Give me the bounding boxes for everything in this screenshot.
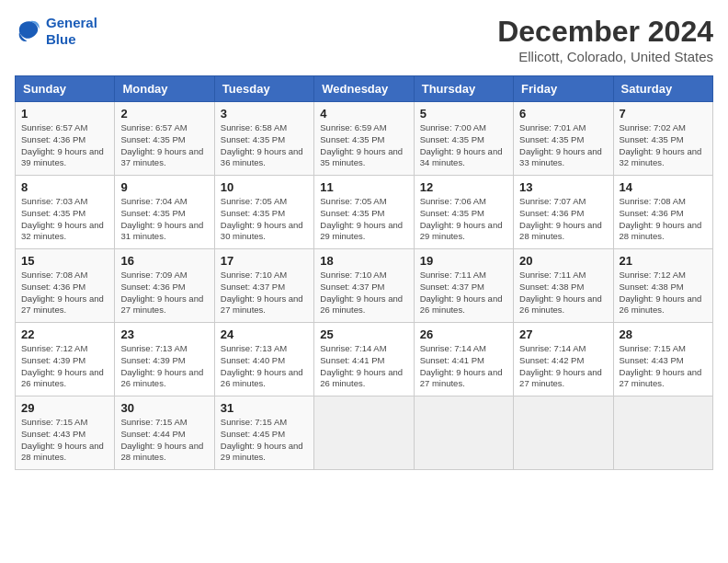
day-number: 29 — [21, 401, 108, 415]
day-number: 1 — [21, 107, 108, 121]
day-info: Sunrise: 7:14 AMSunset: 4:41 PMDaylight:… — [420, 343, 507, 390]
day-info: Sunrise: 7:06 AMSunset: 4:35 PMDaylight:… — [420, 196, 507, 243]
calendar-cell: 27Sunrise: 7:14 AMSunset: 4:42 PMDayligh… — [514, 323, 613, 396]
day-number: 19 — [420, 254, 507, 268]
calendar-cell — [613, 396, 712, 470]
day-info: Sunrise: 7:14 AMSunset: 4:41 PMDaylight:… — [320, 343, 407, 390]
day-info: Sunrise: 7:00 AMSunset: 4:35 PMDaylight:… — [420, 122, 507, 169]
day-number: 20 — [519, 254, 607, 268]
calendar-cell: 1Sunrise: 6:57 AMSunset: 4:36 PMDaylight… — [16, 102, 115, 176]
day-info: Sunrise: 6:57 AMSunset: 4:35 PMDaylight:… — [120, 122, 208, 169]
day-info: Sunrise: 7:14 AMSunset: 4:42 PMDaylight:… — [519, 343, 607, 390]
calendar-week-row: 15Sunrise: 7:08 AMSunset: 4:36 PMDayligh… — [16, 249, 713, 323]
calendar-cell: 6Sunrise: 7:01 AMSunset: 4:35 PMDaylight… — [514, 102, 613, 176]
header-wednesday: Wednesday — [314, 76, 414, 102]
calendar-cell: 22Sunrise: 7:12 AMSunset: 4:39 PMDayligh… — [16, 323, 115, 396]
day-number: 28 — [620, 327, 707, 341]
title-section: December 2024 Ellicott, Colorado, United… — [497, 15, 713, 64]
day-info: Sunrise: 7:12 AMSunset: 4:39 PMDaylight:… — [21, 343, 108, 390]
day-info: Sunrise: 7:09 AMSunset: 4:36 PMDaylight:… — [120, 270, 208, 316]
day-number: 30 — [120, 401, 208, 415]
day-info: Sunrise: 7:05 AMSunset: 4:35 PMDaylight:… — [320, 196, 407, 243]
day-number: 23 — [120, 327, 208, 341]
day-info: Sunrise: 7:13 AMSunset: 4:40 PMDaylight:… — [221, 343, 308, 390]
calendar-cell: 9Sunrise: 7:04 AMSunset: 4:35 PMDaylight… — [115, 176, 214, 249]
logo: General Blue — [15, 15, 97, 48]
day-number: 12 — [420, 180, 507, 194]
day-info: Sunrise: 7:10 AMSunset: 4:37 PMDaylight:… — [320, 270, 407, 316]
calendar-cell: 28Sunrise: 7:15 AMSunset: 4:43 PMDayligh… — [613, 323, 712, 396]
day-info: Sunrise: 7:15 AMSunset: 4:44 PMDaylight:… — [120, 417, 208, 464]
calendar-cell: 10Sunrise: 7:05 AMSunset: 4:35 PMDayligh… — [214, 176, 313, 249]
calendar-cell: 8Sunrise: 7:03 AMSunset: 4:35 PMDaylight… — [16, 176, 115, 249]
calendar-cell: 3Sunrise: 6:58 AMSunset: 4:35 PMDaylight… — [214, 102, 313, 176]
calendar-cell: 18Sunrise: 7:10 AMSunset: 4:37 PMDayligh… — [314, 249, 414, 323]
calendar-cell: 15Sunrise: 7:08 AMSunset: 4:36 PMDayligh… — [16, 249, 115, 323]
day-info: Sunrise: 7:13 AMSunset: 4:39 PMDaylight:… — [120, 343, 208, 390]
day-info: Sunrise: 7:02 AMSunset: 4:35 PMDaylight:… — [620, 122, 707, 169]
day-number: 16 — [120, 254, 208, 268]
day-info: Sunrise: 7:01 AMSunset: 4:35 PMDaylight:… — [519, 122, 607, 169]
calendar-cell: 29Sunrise: 7:15 AMSunset: 4:43 PMDayligh… — [16, 396, 115, 470]
day-info: Sunrise: 7:08 AMSunset: 4:36 PMDaylight:… — [620, 196, 707, 243]
logo-icon — [15, 18, 42, 44]
calendar-cell — [414, 396, 513, 470]
day-info: Sunrise: 7:03 AMSunset: 4:35 PMDaylight:… — [21, 196, 108, 243]
header-monday: Monday — [115, 76, 214, 102]
calendar-cell: 12Sunrise: 7:06 AMSunset: 4:35 PMDayligh… — [414, 176, 513, 249]
calendar-cell: 11Sunrise: 7:05 AMSunset: 4:35 PMDayligh… — [314, 176, 414, 249]
day-number: 18 — [320, 254, 407, 268]
day-info: Sunrise: 7:04 AMSunset: 4:35 PMDaylight:… — [120, 196, 208, 243]
day-info: Sunrise: 7:12 AMSunset: 4:38 PMDaylight:… — [620, 270, 707, 316]
calendar-cell: 26Sunrise: 7:14 AMSunset: 4:41 PMDayligh… — [414, 323, 513, 396]
day-number: 21 — [620, 254, 707, 268]
day-info: Sunrise: 7:15 AMSunset: 4:43 PMDaylight:… — [21, 417, 108, 464]
day-number: 5 — [420, 107, 507, 121]
day-info: Sunrise: 7:11 AMSunset: 4:37 PMDaylight:… — [420, 270, 507, 316]
calendar-cell: 17Sunrise: 7:10 AMSunset: 4:37 PMDayligh… — [214, 249, 313, 323]
calendar-header-row: SundayMondayTuesdayWednesdayThursdayFrid… — [16, 76, 713, 102]
header-friday: Friday — [514, 76, 613, 102]
calendar-cell: 25Sunrise: 7:14 AMSunset: 4:41 PMDayligh… — [314, 323, 414, 396]
day-number: 3 — [221, 107, 308, 121]
calendar-week-row: 8Sunrise: 7:03 AMSunset: 4:35 PMDaylight… — [16, 176, 713, 249]
calendar-week-row: 1Sunrise: 6:57 AMSunset: 4:36 PMDaylight… — [16, 102, 713, 176]
calendar-cell: 14Sunrise: 7:08 AMSunset: 4:36 PMDayligh… — [613, 176, 712, 249]
day-number: 27 — [519, 327, 607, 341]
day-info: Sunrise: 6:58 AMSunset: 4:35 PMDaylight:… — [221, 122, 308, 169]
day-info: Sunrise: 7:08 AMSunset: 4:36 PMDaylight:… — [21, 270, 108, 316]
day-number: 24 — [221, 327, 308, 341]
calendar-cell: 16Sunrise: 7:09 AMSunset: 4:36 PMDayligh… — [115, 249, 214, 323]
calendar-cell: 30Sunrise: 7:15 AMSunset: 4:44 PMDayligh… — [115, 396, 214, 470]
day-info: Sunrise: 6:59 AMSunset: 4:35 PMDaylight:… — [320, 122, 407, 169]
calendar-cell: 19Sunrise: 7:11 AMSunset: 4:37 PMDayligh… — [414, 249, 513, 323]
calendar-cell: 4Sunrise: 6:59 AMSunset: 4:35 PMDaylight… — [314, 102, 414, 176]
logo-line1: General — [46, 15, 97, 30]
day-number: 31 — [221, 401, 308, 415]
day-number: 10 — [221, 180, 308, 194]
calendar-week-row: 22Sunrise: 7:12 AMSunset: 4:39 PMDayligh… — [16, 323, 713, 396]
day-info: Sunrise: 7:10 AMSunset: 4:37 PMDaylight:… — [221, 270, 308, 316]
day-info: Sunrise: 7:05 AMSunset: 4:35 PMDaylight:… — [221, 196, 308, 243]
calendar-cell: 2Sunrise: 6:57 AMSunset: 4:35 PMDaylight… — [115, 102, 214, 176]
day-number: 4 — [320, 107, 407, 121]
logo-text: General Blue — [46, 15, 97, 48]
logo-line2: Blue — [46, 31, 76, 47]
calendar-cell: 31Sunrise: 7:15 AMSunset: 4:45 PMDayligh… — [214, 396, 313, 470]
day-info: Sunrise: 7:15 AMSunset: 4:43 PMDaylight:… — [620, 343, 707, 390]
header-tuesday: Tuesday — [214, 76, 313, 102]
day-info: Sunrise: 7:07 AMSunset: 4:36 PMDaylight:… — [519, 196, 607, 243]
day-info: Sunrise: 7:11 AMSunset: 4:38 PMDaylight:… — [519, 270, 607, 316]
day-number: 26 — [420, 327, 507, 341]
calendar-cell: 23Sunrise: 7:13 AMSunset: 4:39 PMDayligh… — [115, 323, 214, 396]
calendar-week-row: 29Sunrise: 7:15 AMSunset: 4:43 PMDayligh… — [16, 396, 713, 470]
day-number: 15 — [21, 254, 108, 268]
calendar-cell: 20Sunrise: 7:11 AMSunset: 4:38 PMDayligh… — [514, 249, 613, 323]
calendar-cell: 5Sunrise: 7:00 AMSunset: 4:35 PMDaylight… — [414, 102, 513, 176]
day-number: 14 — [620, 180, 707, 194]
day-number: 6 — [519, 107, 607, 121]
day-number: 17 — [221, 254, 308, 268]
day-number: 11 — [320, 180, 407, 194]
day-number: 8 — [21, 180, 108, 194]
day-number: 7 — [620, 107, 707, 121]
